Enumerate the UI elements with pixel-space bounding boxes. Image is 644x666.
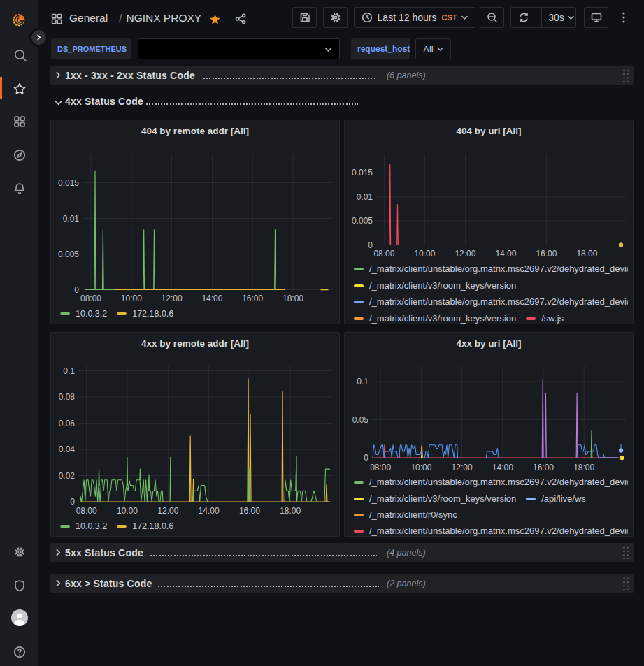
svg-text:0.01: 0.01 bbox=[63, 214, 80, 224]
svg-text:0.1: 0.1 bbox=[357, 377, 368, 386]
svg-text:08:00: 08:00 bbox=[76, 506, 97, 516]
svg-text:14:00: 14:00 bbox=[199, 506, 220, 516]
svg-text:0.01: 0.01 bbox=[357, 192, 373, 202]
svg-text:0.04: 0.04 bbox=[59, 444, 76, 454]
svg-text:12:00: 12:00 bbox=[455, 249, 475, 259]
svg-text:0.015: 0.015 bbox=[58, 178, 79, 188]
svg-text:18:00: 18:00 bbox=[280, 506, 301, 516]
svg-text:14:00: 14:00 bbox=[492, 463, 513, 472]
svg-text:0.005: 0.005 bbox=[352, 216, 373, 226]
svg-text:08:00: 08:00 bbox=[373, 249, 394, 259]
svg-text:0.06: 0.06 bbox=[59, 419, 76, 428]
svg-text:10:00: 10:00 bbox=[117, 506, 138, 516]
svg-text:10:00: 10:00 bbox=[121, 294, 142, 303]
svg-text:14:00: 14:00 bbox=[495, 249, 516, 259]
svg-text:14:00: 14:00 bbox=[201, 294, 222, 303]
svg-text:12:00: 12:00 bbox=[157, 506, 178, 516]
svg-text:0: 0 bbox=[368, 240, 373, 250]
svg-text:16:00: 16:00 bbox=[536, 249, 557, 259]
svg-text:12:00: 12:00 bbox=[162, 294, 183, 303]
svg-text:10:00: 10:00 bbox=[410, 463, 431, 472]
svg-text:0.02: 0.02 bbox=[59, 471, 76, 481]
svg-text:0: 0 bbox=[70, 497, 75, 507]
svg-text:0: 0 bbox=[74, 285, 79, 295]
svg-text:0.005: 0.005 bbox=[58, 249, 79, 259]
svg-text:10:00: 10:00 bbox=[414, 249, 435, 259]
svg-text:16:00: 16:00 bbox=[242, 294, 263, 303]
svg-text:16:00: 16:00 bbox=[239, 506, 260, 516]
svg-text:18:00: 18:00 bbox=[282, 294, 303, 303]
svg-text:08:00: 08:00 bbox=[370, 463, 391, 472]
svg-text:0.05: 0.05 bbox=[352, 415, 369, 425]
svg-text:12:00: 12:00 bbox=[452, 463, 473, 472]
svg-text:08:00: 08:00 bbox=[80, 294, 101, 303]
svg-text:0.08: 0.08 bbox=[59, 392, 76, 402]
svg-text:18:00: 18:00 bbox=[576, 249, 597, 259]
svg-text:0.015: 0.015 bbox=[352, 168, 373, 178]
svg-text:0.1: 0.1 bbox=[63, 366, 75, 376]
svg-text:0: 0 bbox=[364, 453, 368, 463]
svg-text:16:00: 16:00 bbox=[533, 463, 554, 472]
svg-text:18:00: 18:00 bbox=[573, 463, 594, 472]
